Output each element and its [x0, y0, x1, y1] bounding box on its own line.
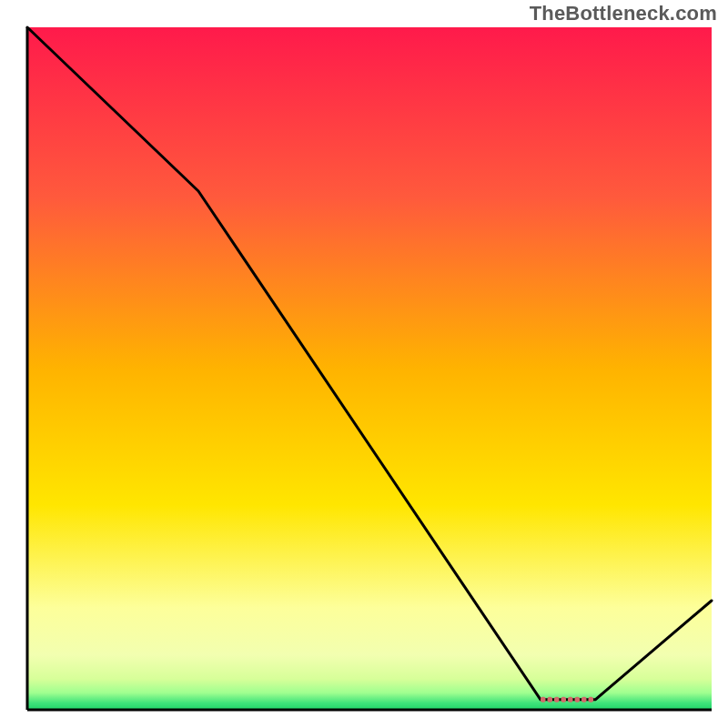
svg-rect-6: [581, 697, 587, 703]
svg-rect-7: [589, 697, 594, 703]
svg-rect-0: [541, 697, 546, 703]
svg-rect-1: [548, 697, 553, 703]
chart-container: TheBottleneck.com: [0, 0, 728, 728]
svg-rect-3: [561, 697, 567, 703]
svg-rect-2: [554, 697, 560, 703]
svg-rect-4: [568, 697, 573, 703]
watermark-label: TheBottleneck.com: [530, 2, 717, 25]
gradient-background: [27, 27, 712, 710]
svg-rect-5: [575, 697, 581, 703]
bottleneck-chart: [0, 0, 728, 728]
